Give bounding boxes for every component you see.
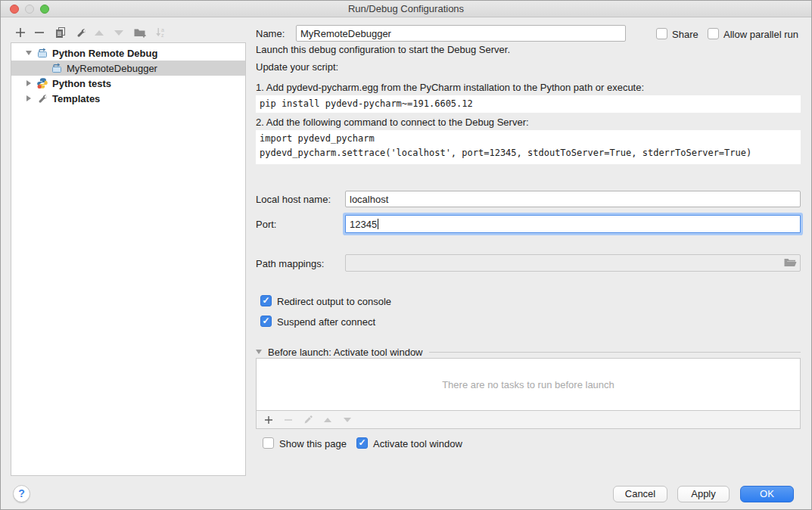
remote-debug-icon [51, 62, 63, 74]
browse-path-mappings-button[interactable] [783, 257, 797, 270]
allow-parallel-run-checkbox[interactable] [708, 28, 719, 39]
suspend-after-connect-label: Suspend after connect [277, 316, 375, 328]
show-this-page-checkbox[interactable] [263, 437, 274, 449]
move-up-icon [324, 418, 331, 422]
tree-item-label: MyRemoteDebugger [67, 63, 157, 74]
minus-icon [34, 27, 45, 38]
edit-templates-button[interactable] [74, 26, 88, 39]
move-task-down-button[interactable] [341, 414, 353, 426]
tree-item-python-remote-debug[interactable]: Python Remote Debug [11, 45, 245, 61]
tree-item-myremotedebugger[interactable]: MyRemoteDebugger [11, 61, 245, 76]
ok-button[interactable]: OK [740, 486, 794, 502]
apply-button[interactable]: Apply [677, 486, 730, 502]
allow-parallel-run-label: Allow parallel run [723, 29, 798, 40]
code-line-import: import pydevd_pycharm [260, 132, 797, 146]
new-folder-button[interactable] [133, 26, 147, 39]
tree-item-python-tests[interactable]: Python tests [11, 76, 245, 91]
configurations-tree: Python Remote Debug MyRemoteDebugger Pyt… [11, 42, 246, 476]
redirect-output-checkbox[interactable] [260, 295, 272, 306]
svg-text:z: z [161, 33, 164, 38]
sort-configs-button[interactable]: a z [154, 26, 167, 39]
chevron-down-icon[interactable] [25, 51, 33, 55]
cancel-button[interactable]: Cancel [613, 486, 667, 502]
share-label: Share [672, 29, 698, 40]
path-mappings-label: Path mappings: [256, 258, 324, 269]
before-launch-header: Before launch: Activate tool window [256, 346, 801, 358]
sort-alphabetically-icon: a z [154, 26, 166, 39]
collapse-icon[interactable] [256, 350, 262, 354]
tree-item-label: Python tests [52, 78, 111, 89]
tasks-toolbar [257, 410, 800, 428]
python-tests-icon [36, 77, 48, 89]
move-up-icon [95, 30, 104, 36]
chevron-right-icon[interactable] [25, 80, 33, 86]
tree-item-templates[interactable]: Templates [11, 91, 245, 106]
title-bar: Run/Debug Configurations [1, 1, 811, 17]
chevron-right-icon[interactable] [25, 95, 33, 101]
move-down-button[interactable] [112, 26, 126, 39]
port-label: Port: [256, 219, 276, 230]
new-folder-icon [133, 26, 147, 39]
wrench-icon [36, 92, 48, 104]
path-mappings-input[interactable] [345, 254, 801, 272]
name-label: Name: [256, 28, 285, 39]
before-launch-label: Before launch: Activate tool window [268, 347, 423, 358]
minimize-icon[interactable] [25, 5, 34, 14]
step2-text: 2. Add the following command to connect … [256, 117, 529, 128]
move-up-button[interactable] [92, 26, 106, 39]
move-down-icon [114, 30, 123, 36]
intro-text: Launch this debug configuration to start… [256, 44, 510, 55]
close-icon[interactable] [10, 5, 19, 14]
svg-text:a: a [161, 27, 164, 33]
plus-icon [15, 27, 26, 38]
port-input[interactable]: 12345 [345, 215, 801, 233]
code-snippet-pip-install: pip install pydevd-pycharm~=191.6605.12 [256, 95, 801, 113]
remote-debug-icon [36, 47, 48, 59]
share-checkbox[interactable] [656, 28, 667, 39]
copy-icon [54, 26, 67, 39]
local-host-input[interactable]: localhost [345, 191, 801, 207]
minus-icon [284, 415, 293, 424]
plus-icon [264, 415, 273, 424]
show-this-page-label: Show this page [279, 438, 347, 449]
zoom-icon[interactable] [40, 5, 49, 14]
tree-item-label: Python Remote Debug [52, 48, 157, 59]
add-task-button[interactable] [263, 414, 275, 426]
copy-config-button[interactable] [54, 26, 67, 39]
code-snippet-settrace: import pydevd_pycharm pydevd_pycharm.set… [256, 130, 801, 164]
tree-item-label: Templates [52, 93, 100, 104]
suspend-after-connect-checkbox[interactable] [260, 316, 272, 327]
redirect-output-label: Redirect output to console [277, 296, 391, 307]
step1-text: 1. Add pydevd-pycharm.egg from the PyCha… [256, 82, 644, 93]
window-title: Run/Debug Configurations [348, 3, 464, 14]
add-config-button[interactable] [14, 26, 27, 39]
no-tasks-message: There are no tasks to run before launch [257, 359, 800, 410]
remove-task-button[interactable] [282, 414, 294, 426]
local-host-label: Local host name: [256, 194, 331, 205]
before-launch-tasks-panel: There are no tasks to run before launch [256, 358, 801, 429]
open-folder-icon [783, 257, 797, 268]
edit-task-button[interactable] [302, 414, 314, 426]
run-debug-configurations-dialog: Run/Debug Configurations [0, 0, 812, 510]
pencil-icon [303, 415, 313, 425]
divider [429, 352, 801, 353]
remove-config-button[interactable] [33, 26, 46, 39]
activate-tool-window-checkbox[interactable] [356, 437, 368, 449]
help-button[interactable]: ? [13, 485, 30, 502]
move-down-icon [344, 418, 351, 422]
update-script-text: Update your script: [256, 61, 338, 73]
activate-tool-window-label: Activate tool window [373, 438, 462, 449]
text-caret [378, 219, 378, 229]
move-task-up-button[interactable] [322, 414, 334, 426]
code-line-settrace: pydevd_pycharm.settrace('localhost', por… [260, 146, 797, 160]
name-input[interactable]: MyRemoteDebugger [296, 25, 626, 42]
wrench-icon [75, 26, 87, 39]
